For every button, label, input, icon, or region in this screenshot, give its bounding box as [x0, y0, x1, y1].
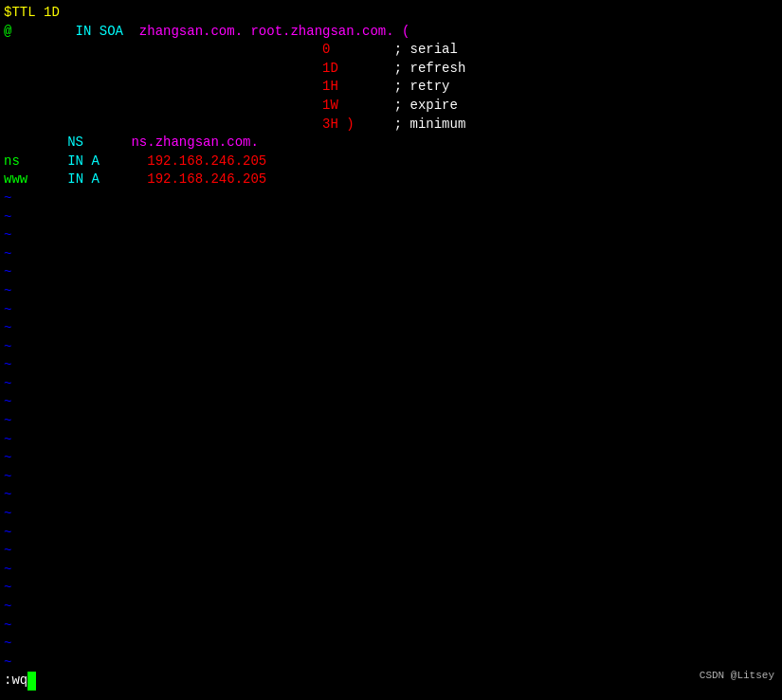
- expire-comment: ; expire: [394, 97, 458, 116]
- cursor: [27, 672, 35, 691]
- line-retry: 1H ; retry: [0, 78, 782, 97]
- tilde-23: ~: [0, 598, 782, 617]
- line-soa: @ IN SOA zhangsan.com. root.zhangsan.com…: [0, 23, 782, 42]
- serial-comment: ; serial: [394, 41, 458, 60]
- tilde-14: ~: [0, 431, 782, 450]
- minimum-comment: ; minimum: [394, 116, 466, 135]
- tilde-21: ~: [0, 561, 782, 580]
- tilde-6: ~: [0, 282, 782, 301]
- tilde-12: ~: [0, 393, 782, 412]
- soa-domains: zhangsan.com. root.zhangsan.com. (: [139, 23, 410, 42]
- tilde-1: ~: [0, 189, 782, 208]
- line-ns-a: ns IN A 192.168.246.205: [0, 153, 782, 171]
- tilde-17: ~: [0, 486, 782, 505]
- tilde-19: ~: [0, 524, 782, 543]
- ns-value: ns.zhangsan.com.: [131, 134, 258, 153]
- soa-in-soa: IN SOA: [11, 23, 138, 42]
- tilde-11: ~: [0, 375, 782, 394]
- tilde-3: ~: [0, 226, 782, 245]
- refresh-comment: ; refresh: [394, 60, 466, 79]
- refresh-value: 1D: [4, 60, 394, 79]
- tilde-22: ~: [0, 579, 782, 598]
- tilde-8: ~: [0, 319, 782, 338]
- tilde-7: ~: [0, 301, 782, 320]
- soa-at: @: [4, 23, 11, 42]
- retry-value: 1H: [4, 78, 394, 97]
- www-in-a: IN A: [27, 171, 147, 189]
- retry-comment: ; retry: [394, 78, 450, 97]
- tilde-25: ~: [0, 635, 782, 654]
- tilde-24: ~: [0, 617, 782, 636]
- ns-label: NS: [4, 134, 131, 153]
- terminal-window: $TTL 1D @ IN SOA zhangsan.com. root.zhan…: [0, 0, 782, 700]
- tilde-10: ~: [0, 356, 782, 375]
- minimum-value: 3H ): [4, 116, 394, 135]
- expire-value: 1W: [4, 97, 394, 116]
- line-www-a: www IN A 192.168.246.205: [0, 171, 782, 189]
- ns-in-a: IN A: [20, 153, 147, 171]
- line-refresh: 1D ; refresh: [0, 60, 782, 79]
- tilde-5: ~: [0, 263, 782, 282]
- tilde-2: ~: [0, 208, 782, 227]
- command-line[interactable]: :wq: [0, 672, 782, 691]
- tilde-26: ~: [0, 654, 782, 673]
- tilde-15: ~: [0, 449, 782, 468]
- tilde-13: ~: [0, 412, 782, 431]
- www-host: www: [4, 171, 27, 189]
- watermark: CSDN @Litsey: [700, 669, 774, 683]
- line-ns: NS ns.zhangsan.com.: [0, 134, 782, 153]
- tilde-16: ~: [0, 468, 782, 487]
- ns-host: ns: [4, 153, 20, 171]
- line-expire: 1W ; expire: [0, 97, 782, 116]
- ttl-value: $TTL 1D: [4, 4, 60, 23]
- tilde-20: ~: [0, 542, 782, 561]
- line-serial: 0 ; serial: [0, 41, 782, 60]
- ns-ip: 192.168.246.205: [147, 153, 266, 171]
- tilde-18: ~: [0, 505, 782, 524]
- tilde-4: ~: [0, 245, 782, 264]
- tilde-9: ~: [0, 338, 782, 357]
- line-ttl: $TTL 1D: [0, 4, 782, 23]
- command-text: :wq: [4, 672, 27, 691]
- line-minimum: 3H ) ; minimum: [0, 116, 782, 135]
- www-ip: 192.168.246.205: [147, 171, 266, 189]
- serial-value: 0: [4, 41, 394, 60]
